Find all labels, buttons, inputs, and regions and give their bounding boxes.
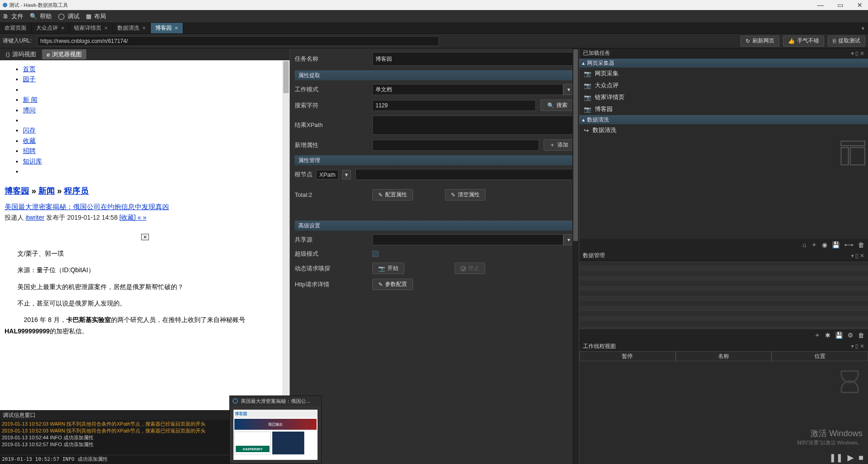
nav-link[interactable]: 闪存 [23, 127, 36, 134]
nav-link[interactable]: 博问 [23, 106, 36, 114]
new-attr-label: 新增属性 [295, 141, 368, 149]
pause-icon[interactable]: ❚❚ [829, 453, 843, 463]
nav-link[interactable]: 园子 [23, 75, 36, 83]
minimize-button[interactable]: — [815, 1, 826, 9]
super-mode-checkbox[interactable] [372, 251, 379, 257]
search-label: 搜索字符 [295, 101, 368, 110]
tab-lianjia[interactable]: 链家详情页✕ [69, 23, 113, 33]
pin-icon[interactable]: ▯ [855, 50, 858, 57]
play-icon[interactable]: ▶ [847, 453, 854, 463]
search-input[interactable] [372, 100, 536, 111]
data-grid[interactable] [579, 261, 868, 329]
result-xpath-input[interactable] [372, 116, 574, 135]
dropdown-icon[interactable]: ▾ [851, 343, 854, 349]
crumb-link[interactable]: 博客园 [5, 186, 29, 195]
new-attr-input[interactable] [372, 140, 539, 151]
lucky-button[interactable]: 👍手气不错 [783, 36, 824, 47]
add-icon[interactable]: ＋ [814, 331, 820, 339]
menu-file[interactable]: 🗎 文件 [3, 12, 23, 21]
refresh-button[interactable]: ↻刷新网页 [741, 36, 779, 47]
tab-dataclean[interactable]: 数据清洗✕ [113, 23, 151, 33]
gear-icon[interactable]: ⚙ [847, 332, 853, 339]
clear-attr-button[interactable]: ✎清空属性 [445, 189, 486, 200]
stop-icon[interactable]: ■ [858, 453, 863, 463]
nav-link[interactable]: 新 闻 [23, 96, 37, 103]
tab-overflow-button[interactable]: ▾ [858, 23, 868, 33]
extract-test-button[interactable]: ⎘提取测试 [828, 36, 865, 47]
browser-pane[interactable]: 首页 园子 新 闻 博问 闪存 收藏 招聘 知识库 博客园 » 新闻 » 程序员… [0, 60, 290, 410]
pin-icon[interactable]: ▯ [855, 343, 858, 349]
crumb-link[interactable]: 程序员 [64, 186, 89, 195]
stop-sniff-button[interactable]: 停止 [455, 263, 485, 274]
menu-layout[interactable]: ▦ 布局 [86, 12, 106, 21]
task-item[interactable]: 📷博客园 [579, 103, 868, 115]
search-button[interactable]: 🔍搜索 [540, 100, 574, 111]
dropdown-icon[interactable]: ▾ [851, 253, 854, 259]
close-icon[interactable]: ✕ [142, 26, 146, 31]
playback-bar: ❚❚ ▶ ■ [825, 451, 868, 464]
nav-link[interactable]: 知识库 [23, 158, 42, 165]
tab-welcome[interactable]: 欢迎页面 [0, 23, 32, 33]
col-position[interactable]: 位置 [772, 351, 868, 361]
tab-dianping[interactable]: 大众点评✕ [32, 23, 69, 33]
nav-arrows[interactable]: « » [136, 214, 146, 221]
close-icon[interactable]: ✕ [61, 26, 64, 31]
save-icon[interactable]: 💾 [835, 332, 843, 339]
scrollbar[interactable] [572, 48, 579, 464]
col-name[interactable]: 名称 [676, 351, 772, 361]
task-item[interactable]: 📷链家详情页 [579, 91, 868, 103]
browser-view-button[interactable]: e浏览器视图 [42, 49, 86, 59]
panel-title: 数据管理 [583, 252, 605, 259]
star-icon[interactable]: ✱ [825, 332, 831, 339]
menu-debug[interactable]: ◯ 调试 [58, 12, 79, 21]
favorite-link[interactable]: [收藏] [119, 214, 136, 221]
source-view-button[interactable]: ⟨⟩源码视图 [1, 49, 41, 59]
camera-icon: 📷 [584, 82, 591, 89]
author-link[interactable]: itwriter [26, 214, 44, 221]
dropdown-icon[interactable]: ▾ [851, 50, 854, 57]
article-paragraph: 美国史上最重大的机密泄露案件，居然是俄罗斯帮忙破的？ [17, 282, 285, 292]
work-mode-select[interactable]: 单文档 ▾ [372, 84, 574, 95]
start-sniff-button[interactable]: 📷开始 [372, 263, 404, 274]
config-attr-button[interactable]: ✎配置属性 [372, 189, 413, 200]
add-button[interactable]: ＋添加 [544, 139, 574, 151]
sniff-label: 动态请求嗅探 [295, 264, 368, 273]
close-icon[interactable]: ✕ [860, 253, 864, 259]
section-web-collector[interactable]: ▴网页采集器 [579, 58, 868, 68]
article-link[interactable]: 美国最大泄密案揭秘：俄国公司在约炮信息中发现真凶 [5, 203, 169, 211]
sliders-icon[interactable]: ⟷ [844, 241, 853, 248]
share-source-select[interactable]: ▾ [372, 234, 574, 245]
nav-link[interactable]: 招聘 [23, 147, 36, 154]
close-icon[interactable]: ✕ [860, 50, 864, 57]
task-item[interactable]: ↪数据清洗 [579, 124, 868, 136]
maximize-button[interactable]: ▭ [835, 1, 846, 9]
root-xpath-input[interactable] [355, 169, 574, 180]
save-icon[interactable]: 💾 [832, 241, 840, 248]
add-icon[interactable]: ＋ [811, 241, 817, 249]
close-icon[interactable]: ✕ [175, 26, 178, 31]
task-name-input[interactable] [372, 52, 574, 66]
param-config-button[interactable]: ✎参数配置 [372, 279, 413, 290]
close-button[interactable]: ✕ [854, 1, 865, 9]
close-icon[interactable]: ✕ [104, 26, 108, 31]
home-icon[interactable]: ⌂ [803, 241, 806, 248]
section-data-clean[interactable]: ▴数据清洗 [579, 115, 868, 124]
article-paragraph: HAL999999999的加密私信。 [5, 326, 285, 336]
globe-icon[interactable]: ◉ [822, 241, 827, 248]
nav-link[interactable]: 收藏 [23, 137, 36, 144]
tab-cnblogs[interactable]: 博客园✕ [151, 23, 183, 33]
crumb-link[interactable]: 新闻 [38, 186, 55, 195]
close-icon[interactable]: ✕ [860, 343, 864, 349]
chevron-down-icon[interactable]: ▾ [342, 170, 351, 179]
taskbar-preview[interactable]: 美国最大泄密案揭秘：俄国公... 博客园 现已推出 KASPERSKY [229, 395, 322, 464]
url-input[interactable] [37, 36, 439, 46]
delete-icon[interactable]: 🗑 [858, 241, 864, 248]
scrollbar[interactable] [282, 60, 290, 410]
menu-help[interactable]: 🔍 帮助 [30, 12, 52, 21]
col-pause[interactable]: 暂停 [579, 351, 676, 361]
nav-link[interactable]: 首页 [23, 65, 36, 73]
task-item[interactable]: 📷大众点评 [579, 79, 868, 91]
pin-icon[interactable]: ▯ [855, 253, 858, 259]
task-item[interactable]: 📷网页采集 [579, 68, 868, 79]
delete-icon[interactable]: 🗑 [858, 332, 864, 339]
